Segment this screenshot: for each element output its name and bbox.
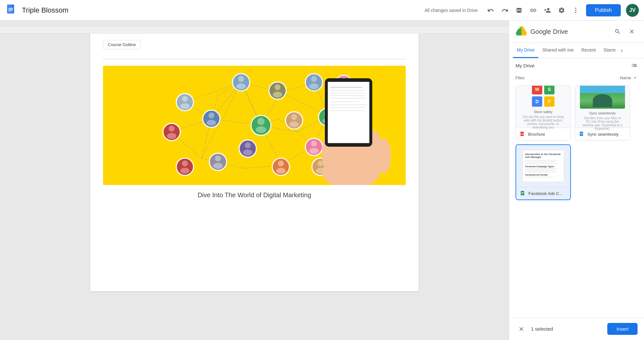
- svg-rect-103: [330, 95, 364, 96]
- svg-point-64: [180, 103, 190, 109]
- svg-text:PDF: PDF: [521, 133, 525, 135]
- cancel-selection-button[interactable]: [516, 323, 527, 335]
- file-card-brochure-footer: PDF Brochure: [516, 128, 571, 140]
- drive-tabs: My Drive Shared with me Recent Starre ›: [509, 43, 644, 58]
- svg-point-11: [575, 12, 576, 13]
- print-button[interactable]: [513, 4, 526, 17]
- svg-rect-128: [521, 193, 524, 193]
- hero-caption: Dive Into The World of Digital Marketing: [103, 191, 406, 199]
- svg-point-84: [182, 160, 188, 167]
- save-status: All changes saved in Drive: [425, 8, 478, 13]
- tab-recent[interactable]: Recent: [578, 43, 600, 58]
- file-grid: W S D F Store safely: [509, 83, 644, 203]
- more-button[interactable]: [569, 4, 582, 17]
- file-card-facebook-footer: Facebook Ads C...: [516, 187, 570, 199]
- svg-rect-106: [330, 104, 367, 105]
- drive-header-icons: [612, 26, 638, 37]
- svg-point-78: [215, 156, 221, 162]
- svg-rect-4: [8, 9, 13, 10]
- svg-point-67: [207, 120, 216, 126]
- document-page: Course Outline: [90, 34, 419, 291]
- svg-rect-7: [517, 11, 521, 13]
- svg-point-43: [237, 83, 246, 89]
- brochure-file-name: Brochure: [528, 132, 545, 137]
- course-outline-button[interactable]: Course Outline: [103, 40, 141, 49]
- facebook-file-name: Facebook Ads C...: [528, 191, 563, 196]
- svg-point-63: [182, 96, 188, 102]
- settings-button[interactable]: [555, 4, 568, 17]
- toolbar: Triple Blossom All changes saved in Driv…: [0, 0, 644, 21]
- svg-point-60: [169, 126, 175, 132]
- redo-button[interactable]: [498, 4, 511, 17]
- selected-count: 1 selected: [531, 326, 603, 332]
- link-button[interactable]: [527, 4, 540, 17]
- svg-point-79: [213, 163, 223, 169]
- svg-point-69: [291, 114, 297, 120]
- svg-rect-105: [330, 101, 359, 102]
- file-card-facebook-ads[interactable]: Introduction to the Facebook Ads Manager…: [516, 144, 571, 200]
- svg-rect-100: [330, 87, 362, 88]
- sync-file-name: Sync seamlessly: [587, 132, 619, 137]
- svg-rect-3: [8, 8, 13, 9]
- svg-rect-99: [328, 82, 369, 143]
- file-card-sync-preview: Sync seamlessly Get files from your Mac …: [575, 86, 630, 128]
- file-card-brochure[interactable]: W S D F Store safely: [516, 85, 571, 141]
- hero-image: [103, 66, 406, 185]
- section-divider: [103, 59, 406, 59]
- svg-point-81: [278, 160, 284, 167]
- insert-button[interactable]: Insert: [607, 323, 638, 335]
- files-header: Files Name: [509, 73, 644, 83]
- svg-rect-108: [330, 110, 364, 111]
- svg-rect-127: [521, 192, 524, 192]
- drive-title: Google Drive: [530, 28, 568, 35]
- files-label: Files: [516, 75, 524, 80]
- svg-point-66: [208, 112, 214, 119]
- file-card-sync[interactable]: Sync seamlessly Get files from your Mac …: [575, 85, 630, 141]
- svg-point-82: [276, 168, 286, 174]
- svg-point-91: [243, 150, 252, 156]
- svg-rect-101: [330, 90, 365, 91]
- tab-shared[interactable]: Shared with me: [538, 43, 577, 58]
- svg-point-61: [167, 133, 176, 139]
- svg-rect-129: [521, 194, 523, 194]
- file-card-brochure-preview: W S D F Store safely: [516, 86, 571, 128]
- drive-spacer: [509, 203, 644, 317]
- undo-button[interactable]: [484, 4, 497, 17]
- my-drive-section: My Drive: [509, 58, 644, 73]
- tablet-hand: [299, 69, 396, 185]
- document-title: Triple Blossom: [22, 6, 69, 15]
- publish-button[interactable]: Publish: [586, 4, 621, 16]
- list-view-icon[interactable]: [631, 62, 638, 69]
- svg-rect-102: [330, 92, 365, 93]
- add-person-button[interactable]: [541, 4, 554, 17]
- drive-panel: Google Drive My Drive Shared with me Re: [509, 21, 644, 340]
- tab-starred[interactable]: Starre: [600, 43, 620, 58]
- drive-header: Google Drive: [509, 21, 644, 43]
- svg-point-70: [289, 121, 299, 128]
- svg-rect-5: [8, 11, 12, 11]
- pdf-icon: PDF: [520, 131, 526, 137]
- toolbar-icons: [484, 4, 582, 17]
- svg-point-48: [275, 84, 281, 91]
- tab-my-drive[interactable]: My Drive: [513, 43, 538, 58]
- svg-point-72: [257, 118, 265, 125]
- svg-point-10: [575, 10, 576, 11]
- name-sort[interactable]: Name: [620, 75, 638, 80]
- drive-close-button[interactable]: [626, 26, 638, 37]
- ruler: [0, 27, 509, 34]
- drive-search-button[interactable]: [612, 26, 623, 37]
- file-card-facebook-preview: Introduction to the Facebook Ads Manager…: [516, 145, 570, 187]
- sheets-icon: [520, 190, 526, 196]
- image-file-icon: [579, 131, 585, 137]
- avatar[interactable]: JV: [626, 4, 639, 17]
- drive-logo: Google Drive: [516, 26, 612, 37]
- my-drive-label: My Drive: [516, 63, 535, 68]
- svg-point-97: [377, 138, 391, 174]
- svg-point-49: [273, 92, 282, 98]
- svg-rect-107: [330, 107, 365, 108]
- svg-point-90: [245, 142, 251, 148]
- tabs-more-icon[interactable]: ›: [621, 47, 623, 54]
- svg-point-73: [256, 126, 266, 133]
- svg-point-8: [520, 10, 521, 10]
- document-area: Course Outline: [0, 21, 509, 340]
